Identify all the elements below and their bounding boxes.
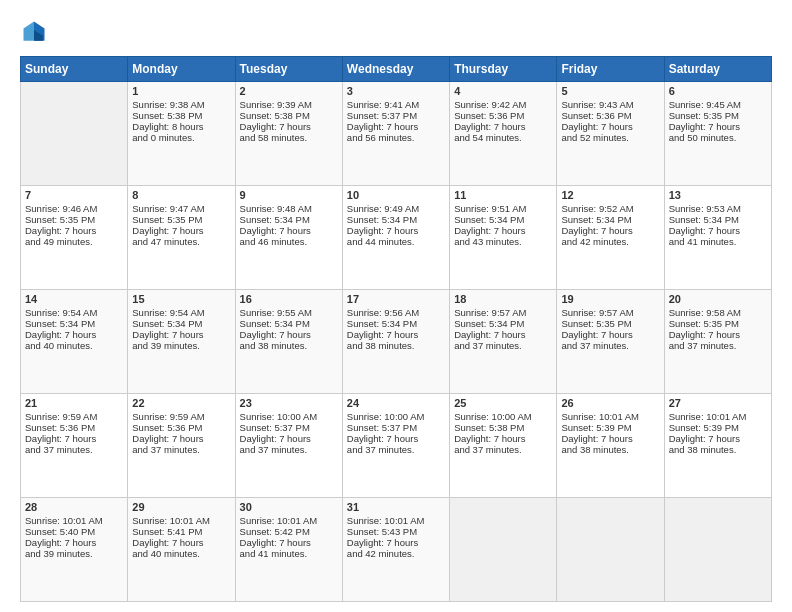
daylight-minutes: and 58 minutes. bbox=[240, 132, 308, 143]
daylight-text: Daylight: 7 hours bbox=[347, 225, 418, 236]
sunrise-text: Sunrise: 9:52 AM bbox=[561, 203, 633, 214]
sunrise-text: Sunrise: 9:43 AM bbox=[561, 99, 633, 110]
sunset-text: Sunset: 5:36 PM bbox=[561, 110, 631, 121]
sunrise-text: Sunrise: 9:51 AM bbox=[454, 203, 526, 214]
sunset-text: Sunset: 5:34 PM bbox=[25, 318, 95, 329]
sunset-text: Sunset: 5:43 PM bbox=[347, 526, 417, 537]
calendar-cell: 15 Sunrise: 9:54 AM Sunset: 5:34 PM Dayl… bbox=[128, 290, 235, 394]
daylight-text: Daylight: 7 hours bbox=[669, 121, 740, 132]
sunrise-text: Sunrise: 10:01 AM bbox=[347, 515, 425, 526]
sunrise-text: Sunrise: 10:01 AM bbox=[25, 515, 103, 526]
svg-marker-1 bbox=[24, 22, 35, 41]
sunset-text: Sunset: 5:35 PM bbox=[25, 214, 95, 225]
week-row-5: 28 Sunrise: 10:01 AM Sunset: 5:40 PM Day… bbox=[21, 498, 772, 602]
daylight-minutes: and 54 minutes. bbox=[454, 132, 522, 143]
sunrise-text: Sunrise: 9:54 AM bbox=[132, 307, 204, 318]
daylight-minutes: and 38 minutes. bbox=[347, 340, 415, 351]
daylight-minutes: and 39 minutes. bbox=[25, 548, 93, 559]
day-number: 27 bbox=[669, 397, 767, 409]
daylight-text: Daylight: 8 hours bbox=[132, 121, 203, 132]
sunrise-text: Sunrise: 9:41 AM bbox=[347, 99, 419, 110]
sunset-text: Sunset: 5:34 PM bbox=[347, 214, 417, 225]
sunset-text: Sunset: 5:34 PM bbox=[561, 214, 631, 225]
calendar-cell: 13 Sunrise: 9:53 AM Sunset: 5:34 PM Dayl… bbox=[664, 186, 771, 290]
daylight-text: Daylight: 7 hours bbox=[132, 225, 203, 236]
sunset-text: Sunset: 5:40 PM bbox=[25, 526, 95, 537]
weekday-header-sunday: Sunday bbox=[21, 57, 128, 82]
sunset-text: Sunset: 5:39 PM bbox=[669, 422, 739, 433]
daylight-text: Daylight: 7 hours bbox=[561, 225, 632, 236]
sunset-text: Sunset: 5:34 PM bbox=[669, 214, 739, 225]
daylight-minutes: and 38 minutes. bbox=[561, 444, 629, 455]
day-number: 31 bbox=[347, 501, 445, 513]
daylight-minutes: and 52 minutes. bbox=[561, 132, 629, 143]
daylight-minutes: and 37 minutes. bbox=[454, 340, 522, 351]
sunset-text: Sunset: 5:35 PM bbox=[561, 318, 631, 329]
calendar-cell: 16 Sunrise: 9:55 AM Sunset: 5:34 PM Dayl… bbox=[235, 290, 342, 394]
calendar-cell: 25 Sunrise: 10:00 AM Sunset: 5:38 PM Day… bbox=[450, 394, 557, 498]
sunrise-text: Sunrise: 9:45 AM bbox=[669, 99, 741, 110]
day-number: 5 bbox=[561, 85, 659, 97]
daylight-text: Daylight: 7 hours bbox=[561, 329, 632, 340]
sunrise-text: Sunrise: 10:00 AM bbox=[240, 411, 318, 422]
calendar-cell bbox=[557, 498, 664, 602]
day-number: 12 bbox=[561, 189, 659, 201]
weekday-header-wednesday: Wednesday bbox=[342, 57, 449, 82]
daylight-minutes: and 41 minutes. bbox=[240, 548, 308, 559]
sunrise-text: Sunrise: 9:58 AM bbox=[669, 307, 741, 318]
week-row-4: 21 Sunrise: 9:59 AM Sunset: 5:36 PM Dayl… bbox=[21, 394, 772, 498]
daylight-text: Daylight: 7 hours bbox=[347, 121, 418, 132]
calendar-cell: 10 Sunrise: 9:49 AM Sunset: 5:34 PM Dayl… bbox=[342, 186, 449, 290]
daylight-text: Daylight: 7 hours bbox=[454, 329, 525, 340]
sunset-text: Sunset: 5:35 PM bbox=[669, 110, 739, 121]
calendar-cell: 12 Sunrise: 9:52 AM Sunset: 5:34 PM Dayl… bbox=[557, 186, 664, 290]
daylight-minutes: and 37 minutes. bbox=[240, 444, 308, 455]
daylight-minutes: and 37 minutes. bbox=[132, 444, 200, 455]
sunset-text: Sunset: 5:34 PM bbox=[240, 318, 310, 329]
calendar-cell: 17 Sunrise: 9:56 AM Sunset: 5:34 PM Dayl… bbox=[342, 290, 449, 394]
sunrise-text: Sunrise: 9:46 AM bbox=[25, 203, 97, 214]
daylight-text: Daylight: 7 hours bbox=[240, 537, 311, 548]
calendar-cell: 6 Sunrise: 9:45 AM Sunset: 5:35 PM Dayli… bbox=[664, 82, 771, 186]
sunset-text: Sunset: 5:36 PM bbox=[132, 422, 202, 433]
daylight-minutes: and 38 minutes. bbox=[240, 340, 308, 351]
calendar-cell bbox=[21, 82, 128, 186]
sunrise-text: Sunrise: 10:01 AM bbox=[132, 515, 210, 526]
daylight-minutes: and 37 minutes. bbox=[669, 340, 737, 351]
calendar-cell bbox=[450, 498, 557, 602]
sunrise-text: Sunrise: 9:48 AM bbox=[240, 203, 312, 214]
weekday-header-tuesday: Tuesday bbox=[235, 57, 342, 82]
day-number: 14 bbox=[25, 293, 123, 305]
calendar-cell: 23 Sunrise: 10:00 AM Sunset: 5:37 PM Day… bbox=[235, 394, 342, 498]
calendar-cell: 24 Sunrise: 10:00 AM Sunset: 5:37 PM Day… bbox=[342, 394, 449, 498]
sunrise-text: Sunrise: 9:42 AM bbox=[454, 99, 526, 110]
daylight-text: Daylight: 7 hours bbox=[347, 537, 418, 548]
daylight-text: Daylight: 7 hours bbox=[25, 225, 96, 236]
calendar-cell: 20 Sunrise: 9:58 AM Sunset: 5:35 PM Dayl… bbox=[664, 290, 771, 394]
day-number: 3 bbox=[347, 85, 445, 97]
sunrise-text: Sunrise: 10:01 AM bbox=[561, 411, 639, 422]
day-number: 20 bbox=[669, 293, 767, 305]
calendar-cell: 8 Sunrise: 9:47 AM Sunset: 5:35 PM Dayli… bbox=[128, 186, 235, 290]
header bbox=[20, 18, 772, 46]
sunrise-text: Sunrise: 10:00 AM bbox=[347, 411, 425, 422]
sunrise-text: Sunrise: 9:56 AM bbox=[347, 307, 419, 318]
daylight-text: Daylight: 7 hours bbox=[25, 433, 96, 444]
daylight-text: Daylight: 7 hours bbox=[347, 433, 418, 444]
daylight-minutes: and 40 minutes. bbox=[25, 340, 93, 351]
daylight-minutes: and 39 minutes. bbox=[132, 340, 200, 351]
sunset-text: Sunset: 5:35 PM bbox=[669, 318, 739, 329]
weekday-header-row: SundayMondayTuesdayWednesdayThursdayFrid… bbox=[21, 57, 772, 82]
day-number: 21 bbox=[25, 397, 123, 409]
sunrise-text: Sunrise: 10:00 AM bbox=[454, 411, 532, 422]
day-number: 26 bbox=[561, 397, 659, 409]
daylight-minutes: and 44 minutes. bbox=[347, 236, 415, 247]
calendar-cell: 22 Sunrise: 9:59 AM Sunset: 5:36 PM Dayl… bbox=[128, 394, 235, 498]
daylight-text: Daylight: 7 hours bbox=[454, 433, 525, 444]
day-number: 17 bbox=[347, 293, 445, 305]
calendar-cell: 28 Sunrise: 10:01 AM Sunset: 5:40 PM Day… bbox=[21, 498, 128, 602]
sunrise-text: Sunrise: 9:38 AM bbox=[132, 99, 204, 110]
sunrise-text: Sunrise: 9:59 AM bbox=[132, 411, 204, 422]
sunset-text: Sunset: 5:38 PM bbox=[454, 422, 524, 433]
sunrise-text: Sunrise: 10:01 AM bbox=[240, 515, 318, 526]
